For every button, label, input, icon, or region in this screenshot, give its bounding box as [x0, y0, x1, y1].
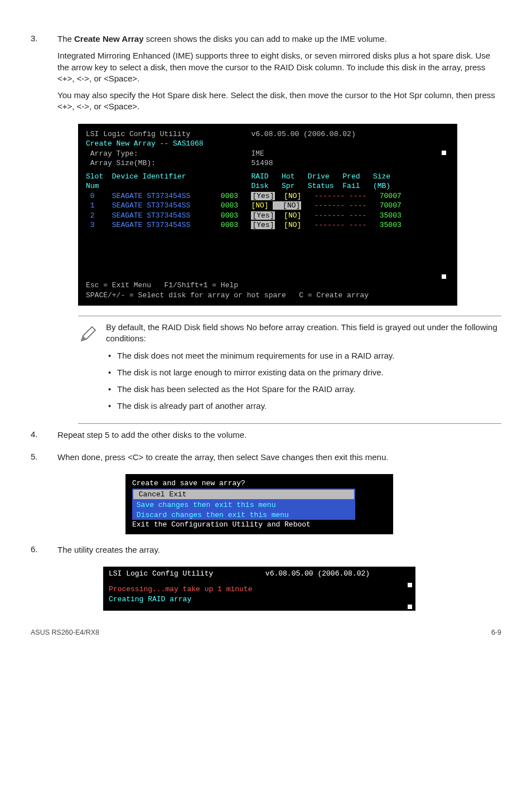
save-title: Create and save new array? [132, 479, 386, 489]
step3-p1-text1: The [57, 34, 74, 44]
step5-paragraph: When done, press <C> to create the array… [57, 452, 501, 463]
note-item: The disk is not large enough to mirror e… [117, 367, 501, 378]
step-number-3: 3. [31, 33, 57, 118]
proc-line2: Creating RAID array [109, 595, 191, 603]
footer-page-number: 6-9 [491, 629, 501, 636]
step-number-4: 4. [31, 429, 57, 446]
step6-paragraph: The utility creates the array. [57, 544, 501, 555]
note-paragraph: By default, the RAID Disk field shows No… [106, 322, 501, 345]
save-option-discard: Discard changes then exit this menu [132, 510, 355, 520]
proc-line1: Processing...may take up 1 minute [109, 585, 252, 593]
note-item: The disk has been selected as the Hot Sp… [117, 384, 501, 395]
array-size-row: Array Size(MB): 51498 [86, 158, 449, 168]
processing-screenshot: LSI Logic Config Utility v6.08.05.00 (20… [103, 567, 415, 611]
table-header-2: Num Disk Spr Status Fail (MB) [86, 181, 449, 191]
save-footer: Exit the Configuration Utility and Reboo… [132, 520, 386, 530]
table-row: 2 SEAGATE ST373454SS 0003 [Yes] [NO] ---… [86, 211, 449, 221]
step3-p1-bold: Create New Array [74, 34, 144, 44]
step3-paragraph3: You may also specify the Hot Spare disk … [57, 90, 501, 113]
table-row: 0 SEAGATE ST373454SS 0003 [Yes] [NO] ---… [86, 191, 449, 201]
pencil-icon [78, 322, 106, 418]
table-row: 1 SEAGATE ST373454SS 0003 [NO] [NO] ----… [86, 201, 449, 211]
step-number-5: 5. [31, 452, 57, 468]
proc-title: LSI Logic Config Utility v6.08.05.00 (20… [103, 567, 415, 581]
term-subtitle: Create New Array -- SAS1068 [86, 139, 449, 149]
table-header-1: Slot Device Identifier RAID Hot Drive Pr… [86, 172, 449, 182]
step3-paragraph1: The Create New Array screen shows the di… [57, 33, 501, 45]
table-row: 3 SEAGATE ST373454SS 0003 [Yes] [NO] ---… [86, 220, 449, 230]
term-footer-1: Esc = Exit Menu F1/Shift+1 = Help [86, 281, 449, 291]
save-option-cancel: Cancel Exit [133, 490, 354, 500]
note-item: The disk is already part of another arra… [117, 400, 501, 412]
save-dialog-screenshot: Create and save new array? Cancel Exit S… [125, 474, 393, 534]
term-footer-2: SPACE/+/- = Select disk for array or hot… [86, 291, 449, 301]
step3-p1-text2: screen shows the disks you can add to ma… [144, 34, 387, 44]
step3-paragraph2: Integrated Mirroring Enhanced (IME) supp… [57, 50, 501, 84]
term-title: LSI Logic Config Utility v6.08.05.00 (20… [86, 129, 449, 139]
save-option-save: Save changes then exit this menu [132, 500, 355, 510]
footer-left: ASUS RS260-E4/RX8 [31, 629, 99, 636]
step-number-6: 6. [31, 544, 57, 561]
note-box: By default, the RAID Disk field shows No… [78, 316, 501, 424]
step4-paragraph: Repeat step 5 to add the other disks to … [57, 429, 501, 441]
array-type-row: Array Type: IME [86, 149, 449, 159]
note-item: The disk does not meet the minimum requi… [117, 350, 501, 361]
config-utility-screenshot: LSI Logic Config Utility v6.08.05.00 (20… [78, 124, 457, 306]
